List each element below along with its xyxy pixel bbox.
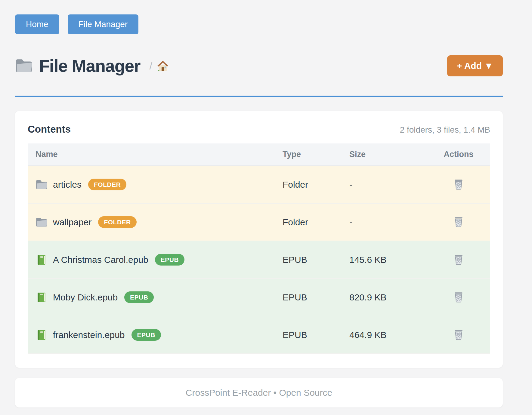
trash-icon	[453, 216, 464, 227]
folder-icon	[15, 58, 32, 74]
type-cell: EPUB	[283, 278, 349, 316]
folder-badge: FOLDER	[98, 216, 136, 228]
trash-icon	[453, 291, 464, 303]
column-header-size: Size	[349, 143, 427, 166]
folder-link[interactable]: wallpaper	[53, 217, 91, 227]
trash-icon	[453, 178, 464, 190]
page: Home File Manager File Manager / + Add	[0, 0, 532, 415]
folder-icon	[36, 179, 48, 190]
column-header-name: Name	[28, 143, 283, 166]
title-divider	[15, 96, 503, 97]
contents-summary: 2 folders, 3 files, 1.4 MB	[400, 125, 490, 135]
green-book-icon	[36, 330, 48, 340]
size-cell: -	[349, 203, 427, 241]
size-cell: 464.9 KB	[349, 316, 427, 354]
size-cell: 145.6 KB	[349, 241, 427, 278]
green-book-icon	[36, 292, 48, 303]
table-row: wallpaper FOLDER Folder -	[28, 203, 490, 241]
epub-badge: EPUB	[131, 329, 161, 341]
table-row: Moby Dick.epub EPUB EPUB 820.9 KB	[28, 278, 490, 316]
delete-button[interactable]	[452, 290, 465, 304]
title-wrap: File Manager /	[15, 56, 169, 76]
column-header-type: Type	[283, 143, 349, 166]
nav-file-manager-button[interactable]: File Manager	[68, 14, 138, 34]
file-link[interactable]: frankenstein.epub	[53, 330, 125, 340]
delete-button[interactable]	[452, 252, 465, 266]
contents-card-head: Contents 2 folders, 3 files, 1.4 MB	[28, 124, 490, 135]
type-cell: Folder	[283, 203, 349, 241]
footer: CrossPoint E-Reader • Open Source	[15, 378, 503, 407]
column-header-actions: Actions	[427, 143, 490, 166]
folder-badge: FOLDER	[88, 179, 126, 190]
type-cell: EPUB	[283, 316, 349, 354]
contents-title: Contents	[28, 124, 71, 135]
file-link[interactable]: A Christmas Carol.epub	[53, 255, 148, 265]
epub-badge: EPUB	[155, 254, 184, 266]
file-table: Name Type Size Actions articles	[28, 143, 490, 354]
type-cell: EPUB	[283, 241, 349, 278]
table-row: articles FOLDER Folder -	[28, 166, 490, 203]
type-cell: Folder	[283, 166, 349, 203]
table-row: frankenstein.epub EPUB EPUB 464.9 KB	[28, 316, 490, 354]
green-book-icon	[36, 254, 48, 265]
delete-button[interactable]	[452, 327, 465, 341]
footer-text: CrossPoint E-Reader • Open Source	[186, 388, 332, 398]
page-header: File Manager / + Add ▼	[15, 55, 503, 76]
top-nav: Home File Manager	[15, 14, 503, 34]
table-header-row: Name Type Size Actions	[28, 143, 490, 166]
breadcrumb-separator: /	[149, 60, 152, 72]
page-title: File Manager	[39, 56, 140, 76]
contents-card: Contents 2 folders, 3 files, 1.4 MB Name…	[15, 111, 503, 368]
folder-icon	[36, 217, 48, 228]
delete-button[interactable]	[452, 215, 465, 229]
breadcrumb: /	[149, 60, 169, 72]
size-cell: 820.9 KB	[349, 278, 427, 316]
table-row: A Christmas Carol.epub EPUB EPUB 145.6 K…	[28, 241, 490, 278]
add-button[interactable]: + Add ▼	[447, 55, 503, 76]
epub-badge: EPUB	[124, 291, 154, 303]
trash-icon	[453, 329, 464, 340]
nav-home-button[interactable]: Home	[15, 14, 59, 34]
folder-link[interactable]: articles	[53, 180, 82, 190]
file-link[interactable]: Moby Dick.epub	[53, 292, 118, 303]
trash-icon	[453, 254, 464, 265]
delete-button[interactable]	[452, 177, 465, 191]
size-cell: -	[349, 166, 427, 203]
home-icon[interactable]	[156, 60, 169, 72]
